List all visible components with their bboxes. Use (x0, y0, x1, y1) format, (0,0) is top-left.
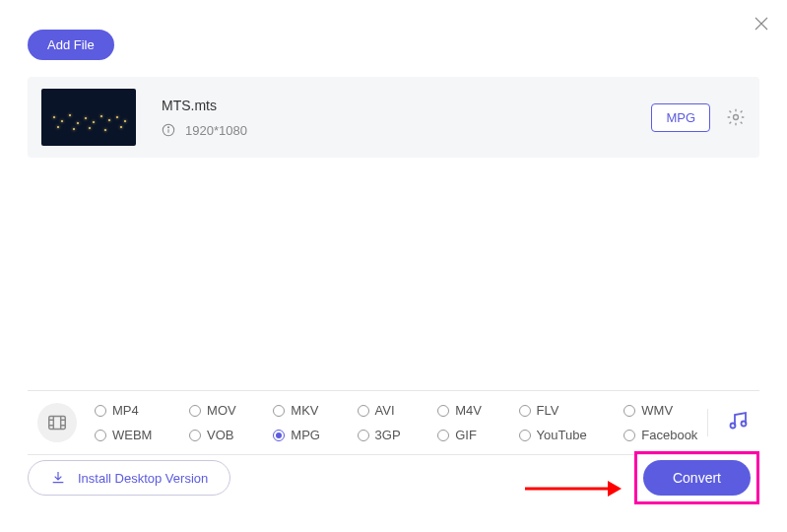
svg-point-12 (742, 422, 747, 427)
file-name: MTS.mts (162, 98, 651, 113)
radio-icon (95, 405, 106, 417)
svg-rect-4 (49, 417, 66, 430)
close-icon (753, 15, 770, 33)
video-thumbnail[interactable] (41, 89, 136, 146)
format-label: MKV (291, 403, 318, 418)
radio-icon (623, 430, 635, 441)
radio-icon (437, 405, 449, 417)
radio-icon (273, 405, 285, 417)
format-label: 3GP (375, 428, 401, 442)
format-option-mpg[interactable]: MPG (273, 428, 321, 442)
svg-point-11 (731, 424, 736, 429)
video-category-tab[interactable] (37, 403, 77, 442)
format-label: Facebook (641, 428, 697, 442)
format-label: GIF (455, 428, 477, 442)
radio-icon (519, 430, 531, 441)
format-option-flv[interactable]: FLV (519, 403, 589, 418)
radio-icon (437, 430, 449, 441)
format-label: FLV (537, 403, 559, 418)
format-option-wmv[interactable]: WMV (623, 403, 699, 418)
format-options: MP4MOVMKVAVIM4VFLVWMVWEBMVOBMPG3GPGIFYou… (95, 403, 699, 442)
format-label: AVI (375, 403, 395, 418)
output-format-badge[interactable]: MPG (651, 103, 710, 132)
svg-point-2 (167, 127, 168, 128)
format-label: MPG (291, 428, 320, 442)
format-option-youtube[interactable]: YouTube (519, 428, 589, 442)
format-label: WEBM (112, 428, 152, 442)
install-label: Install Desktop Version (78, 471, 208, 486)
convert-button[interactable]: Convert (643, 460, 751, 496)
format-option-mp4[interactable]: MP4 (95, 403, 154, 418)
bottom-bar: Install Desktop Version Convert (28, 451, 759, 504)
svg-marker-14 (608, 481, 622, 497)
file-resolution: 1920*1080 (185, 123, 247, 138)
install-desktop-button[interactable]: Install Desktop Version (28, 460, 230, 496)
format-option-3gp[interactable]: 3GP (358, 428, 403, 442)
file-list: MTS.mts 1920*1080 MPG (28, 77, 759, 158)
format-option-mov[interactable]: MOV (189, 403, 237, 418)
audio-category-tab[interactable] (707, 409, 750, 436)
radio-icon (189, 430, 201, 441)
svg-point-3 (734, 115, 739, 120)
radio-icon (358, 405, 369, 417)
format-option-mkv[interactable]: MKV (273, 403, 321, 418)
settings-icon[interactable] (726, 107, 746, 127)
music-icon (726, 409, 750, 432)
radio-icon (95, 430, 106, 441)
format-label: MOV (207, 403, 236, 418)
format-label: M4V (455, 403, 482, 418)
format-option-vob[interactable]: VOB (189, 428, 237, 442)
file-meta: MTS.mts 1920*1080 (162, 98, 651, 138)
format-label: VOB (207, 428, 233, 442)
file-actions: MPG (651, 103, 746, 132)
radio-icon (189, 405, 201, 417)
film-icon (46, 412, 68, 433)
radio-icon (273, 430, 285, 441)
formats-panel: MP4MOVMKVAVIM4VFLVWMVWEBMVOBMPG3GPGIFYou… (28, 390, 759, 455)
info-icon (162, 123, 175, 137)
radio-icon (519, 405, 531, 417)
annotation-highlight: Convert (634, 451, 759, 504)
format-label: WMV (641, 403, 673, 418)
radio-icon (623, 405, 635, 417)
radio-icon (358, 430, 369, 441)
format-label: YouTube (537, 428, 587, 442)
format-option-facebook[interactable]: Facebook (623, 428, 699, 442)
format-option-avi[interactable]: AVI (358, 403, 403, 418)
close-button[interactable] (750, 12, 773, 35)
annotation-arrow (523, 477, 622, 500)
format-option-gif[interactable]: GIF (437, 428, 483, 442)
download-icon (50, 470, 66, 486)
format-option-webm[interactable]: WEBM (95, 428, 154, 442)
add-file-button[interactable]: Add File (28, 30, 114, 60)
format-label: MP4 (112, 403, 139, 418)
file-item: MTS.mts 1920*1080 MPG (28, 77, 759, 158)
file-resolution-row: 1920*1080 (162, 123, 651, 138)
format-option-m4v[interactable]: M4V (437, 403, 483, 418)
